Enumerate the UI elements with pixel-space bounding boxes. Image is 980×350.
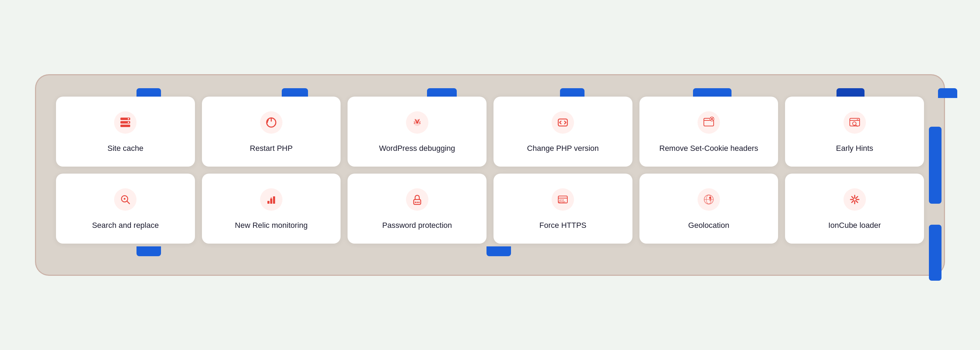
svg-rect-30 [270,199,272,204]
right-accent-bottom [929,225,942,281]
search-replace-icon [114,188,137,211]
wp-debugging-label: WordPress debugging [379,143,455,154]
card-ioncube[interactable]: IonCube loader [785,173,924,243]
force-https-label: Force HTTPS [539,221,586,231]
svg-point-49 [854,199,856,200]
card-new-relic[interactable]: New Relic monitoring [202,173,341,243]
geolocation-label: Geolocation [688,221,729,231]
card-wp-debugging[interactable]: WordPress debugging [348,97,487,167]
card-site-cache[interactable]: Site cache [56,97,195,167]
change-php-icon [552,111,574,134]
card-search-replace[interactable]: Search and replace [56,173,195,243]
svg-point-36 [418,202,420,203]
force-https-icon: HTTP HTTPS [552,188,574,211]
svg-point-8 [416,121,418,124]
site-cache-label: Site cache [107,143,143,154]
card-geolocation[interactable]: Geolocation [640,173,778,243]
svg-line-27 [127,201,129,204]
svg-point-28 [124,198,126,199]
remove-cookie-label: Remove Set-Cookie headers [659,143,758,154]
change-php-label: Change PHP version [527,143,599,154]
geolocation-icon [698,188,720,211]
main-container: Site cache Restart PHP [35,74,945,276]
new-relic-label: New Relic monitoring [235,221,308,231]
cards-grid: Site cache Restart PHP [56,97,924,243]
svg-rect-31 [273,196,275,204]
card-restart-php[interactable]: Restart PHP [202,97,341,167]
password-icon [406,188,428,211]
bottom-tab-1 [137,247,161,256]
early-hints-label: Early Hints [836,143,873,154]
svg-point-32 [270,197,272,199]
card-early-hints[interactable]: Early Hints [785,97,924,167]
password-label: Password protection [382,221,452,231]
tab-marker-7 [938,88,957,98]
svg-line-12 [414,123,415,124]
ioncube-label: IonCube loader [828,221,881,231]
svg-point-35 [417,202,418,203]
card-force-https[interactable]: HTTP HTTPS Force HTTPS [493,173,632,243]
wp-debugging-icon [406,111,428,134]
restart-php-label: Restart PHP [250,143,293,154]
svg-rect-29 [267,201,269,204]
site-cache-icon [114,111,137,134]
svg-point-3 [128,118,129,119]
search-replace-label: Search and replace [92,221,159,231]
new-relic-icon [260,188,282,211]
row2-tabs [56,247,924,256]
svg-text:HTTPS: HTTPS [558,200,566,204]
svg-line-14 [419,123,420,124]
svg-rect-2 [120,125,130,127]
grid-wrapper: Site cache Restart PHP [56,97,924,243]
bottom-tab-2 [487,247,511,256]
early-hints-icon [843,111,866,134]
svg-point-34 [415,202,416,203]
card-remove-cookie[interactable]: Remove Set-Cookie headers [640,97,778,167]
restart-php-icon [260,111,282,134]
right-accent-top [929,127,942,204]
ioncube-icon [843,188,866,211]
remove-cookie-icon [698,111,720,134]
svg-point-4 [128,121,129,123]
card-password[interactable]: Password protection [348,173,487,243]
card-change-php[interactable]: Change PHP version [493,97,632,167]
